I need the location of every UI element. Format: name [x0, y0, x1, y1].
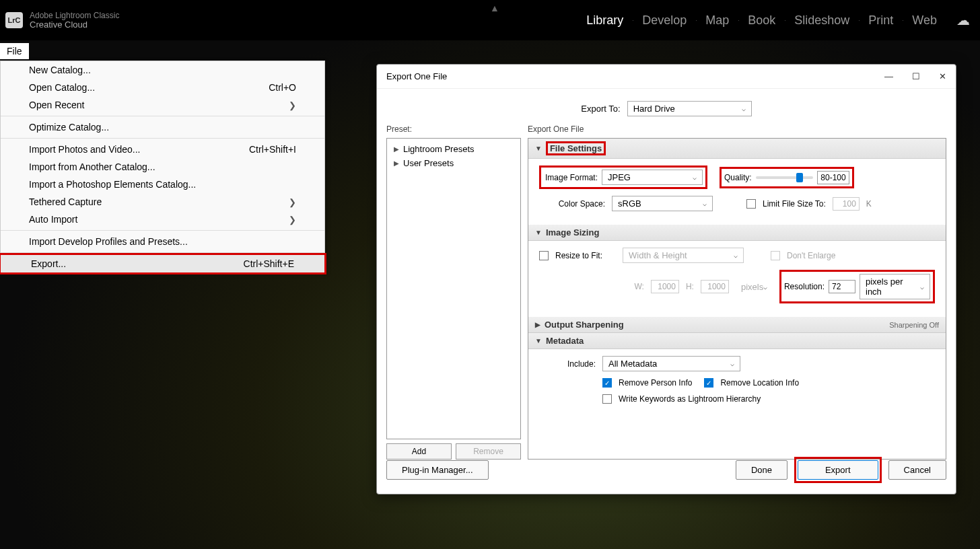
resolution-input[interactable] [829, 280, 855, 293]
limit-filesize-label: Limit File Size To: [763, 199, 826, 209]
app-logo: LrC [5, 12, 23, 28]
module-slideshow[interactable]: Slideshow [785, 13, 859, 28]
menu-import-another-catalog[interactable]: Import from Another Catalog... [1, 158, 324, 176]
quality-group: Quality: [720, 167, 854, 188]
pixels-select[interactable]: pixels⌵ [736, 280, 773, 294]
export-button-highlight: Export [794, 457, 882, 483]
cancel-button[interactable]: Cancel [888, 460, 946, 480]
chevron-down-icon: ⌵ [763, 283, 767, 291]
app-subtitle: Creative Cloud [30, 20, 119, 30]
dialog-footer: Plug-in Manager... Done Export Cancel [377, 449, 956, 494]
height-label: H: [686, 282, 694, 291]
menu-separator [1, 138, 324, 139]
module-print[interactable]: Print [859, 13, 903, 28]
file-settings-header[interactable]: ▼ File Settings [528, 139, 946, 159]
width-input[interactable] [651, 280, 679, 293]
done-button[interactable]: Done [736, 460, 788, 480]
image-sizing-title: Image Sizing [546, 227, 599, 237]
module-map[interactable]: Map [696, 13, 738, 28]
menu-export[interactable]: Export...Ctrl+Shift+E [0, 253, 326, 274]
quality-label: Quality: [724, 173, 752, 182]
resolution-unit-select[interactable]: pixels per inch⌵ [860, 274, 930, 299]
preset-list[interactable]: ▶Lightroom Presets ▶User Presets [386, 138, 521, 439]
output-sharpening-header[interactable]: ▶ Output Sharpening Sharpening Off [528, 317, 946, 333]
dont-enlarge-checkbox[interactable] [771, 251, 780, 260]
limit-filesize-checkbox[interactable] [746, 199, 756, 209]
export-to-label: Export To: [581, 104, 620, 114]
file-menu-dropdown: New Catalog... Open Catalog...Ctrl+O Ope… [0, 61, 325, 273]
maximize-icon[interactable]: ☐ [912, 71, 920, 81]
sharpening-status: Sharpening Off [889, 321, 939, 329]
triangle-right-icon: ▶ [394, 159, 399, 167]
settings-panel: Export One File ▼ File Settings Image Fo… [528, 124, 946, 460]
triangle-right-icon: ▶ [535, 321, 540, 328]
dialog-title: Export One File [386, 71, 884, 81]
collapse-arrow-icon[interactable]: ▲ [490, 3, 499, 13]
file-menu-button[interactable]: File [0, 43, 29, 59]
preset-panel: Preset: ▶Lightroom Presets ▶User Presets… [386, 124, 521, 460]
triangle-down-icon: ▼ [535, 337, 542, 344]
image-format-group: Image Format: JPEG⌵ [539, 166, 707, 189]
limit-filesize-input[interactable] [833, 197, 860, 211]
menu-open-catalog[interactable]: Open Catalog...Ctrl+O [1, 79, 324, 96]
image-sizing-header[interactable]: ▼ Image Sizing [528, 225, 946, 241]
close-icon[interactable]: ✕ [939, 71, 946, 81]
remove-location-checkbox[interactable]: ✓ [704, 378, 713, 388]
preset-lightroom[interactable]: ▶Lightroom Presets [387, 142, 520, 156]
menu-import-dev-profiles[interactable]: Import Develop Profiles and Presets... [1, 233, 324, 250]
triangle-down-icon: ▼ [535, 145, 542, 152]
chevron-down-icon: ⌵ [920, 283, 924, 291]
chevron-down-icon: ⌵ [730, 360, 734, 367]
file-settings-title: File Settings [546, 141, 606, 155]
module-develop[interactable]: Develop [633, 13, 696, 28]
export-to-select[interactable]: Hard Drive⌵ [627, 101, 752, 116]
module-library[interactable]: Library [577, 13, 633, 28]
chevron-down-icon: ⌵ [734, 252, 738, 259]
minimize-icon[interactable]: — [884, 71, 893, 81]
image-format-select[interactable]: JPEG⌵ [602, 170, 703, 185]
menu-tethered-capture[interactable]: Tethered Capture❯ [1, 193, 324, 211]
chevron-right-icon: ❯ [289, 197, 296, 207]
menu-separator [1, 116, 324, 116]
remove-person-checkbox[interactable]: ✓ [602, 378, 612, 388]
plugin-manager-button[interactable]: Plug-in Manager... [386, 460, 489, 480]
settings-scroll[interactable]: ▼ File Settings Image Format: JPEG⌵ Qual… [528, 138, 946, 460]
height-input[interactable] [701, 280, 729, 293]
resize-select[interactable]: Width & Height⌵ [623, 248, 744, 263]
app-name: Adobe Lightroom Classic [30, 11, 119, 20]
chevron-down-icon: ⌵ [693, 174, 697, 181]
output-sharpening-title: Output Sharpening [545, 320, 624, 330]
resolution-label: Resolution: [784, 282, 825, 291]
menu-new-catalog[interactable]: New Catalog... [1, 61, 324, 79]
menu-optimize-catalog[interactable]: Optimize Catalog... [1, 118, 324, 136]
color-space-label: Color Space: [539, 199, 605, 209]
dialog-titlebar[interactable]: Export One File — ☐ ✕ [377, 65, 956, 89]
chevron-down-icon: ⌵ [703, 200, 707, 207]
preset-user[interactable]: ▶User Presets [387, 156, 520, 170]
module-book[interactable]: Book [738, 13, 785, 28]
menu-bar: File [0, 43, 29, 59]
dont-enlarge-label: Don't Enlarge [787, 251, 835, 260]
quality-input[interactable] [817, 171, 849, 184]
include-select[interactable]: All Metadata⌵ [602, 356, 740, 371]
export-button[interactable]: Export [798, 460, 878, 480]
resize-checkbox[interactable] [539, 251, 549, 260]
quality-slider[interactable] [756, 176, 813, 179]
menu-import-pse-catalog[interactable]: Import a Photoshop Elements Catalog... [1, 176, 324, 193]
write-keywords-checkbox[interactable] [602, 394, 612, 404]
menu-import-photos[interactable]: Import Photos and Video...Ctrl+Shift+I [1, 141, 324, 158]
limit-filesize-unit: K [866, 199, 872, 209]
module-web[interactable]: Web [903, 13, 946, 28]
menu-separator [1, 230, 324, 231]
menu-open-recent[interactable]: Open Recent❯ [1, 96, 324, 114]
menu-auto-import[interactable]: Auto Import❯ [1, 211, 324, 228]
triangle-right-icon: ▶ [394, 145, 399, 153]
metadata-title: Metadata [546, 336, 584, 346]
include-label: Include: [539, 359, 596, 369]
chevron-down-icon: ⌵ [742, 105, 746, 112]
color-space-select[interactable]: sRGB⌵ [612, 196, 713, 211]
resize-label: Resize to Fit: [555, 251, 602, 260]
preset-label: Preset: [386, 124, 521, 134]
metadata-header[interactable]: ▼ Metadata [528, 333, 946, 349]
cloud-sync-icon[interactable]: ☁ [956, 12, 970, 28]
